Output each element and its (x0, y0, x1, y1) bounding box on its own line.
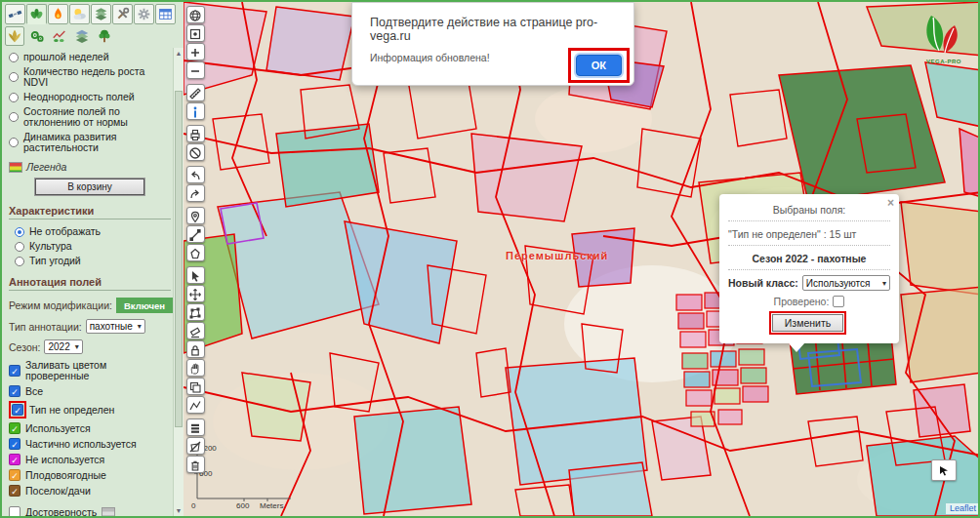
hand-icon[interactable] (186, 359, 205, 377)
sidebar-panel: прошлой неделей Количество недель роста … (2, 48, 173, 516)
tab-vegetation[interactable] (26, 4, 47, 24)
verified-checkbox[interactable] (833, 296, 844, 307)
product-radio[interactable] (9, 93, 19, 102)
leaf-logo-icon (918, 12, 970, 55)
sub-tab-bar (2, 24, 184, 48)
characteristic-option-label: Тип угодий (29, 256, 81, 266)
select-cursor-icon[interactable] (186, 266, 205, 284)
settlement-checkbox[interactable] (9, 485, 20, 497)
not-used-checkbox[interactable] (9, 454, 20, 465)
all-checkbox[interactable] (9, 385, 20, 397)
new-class-select[interactable]: Используются (802, 275, 890, 291)
subtab-forest[interactable] (95, 26, 114, 46)
annotation-type-label: Тип аннотации: (9, 321, 82, 333)
map-attribution[interactable]: Leaflet (946, 503, 980, 514)
vegetation-icon (29, 7, 44, 21)
cart-button[interactable]: В корзину (35, 179, 144, 195)
apply-button[interactable]: Изменить (772, 314, 843, 332)
tab-table[interactable] (155, 4, 176, 24)
product-radio[interactable] (9, 53, 19, 62)
selected-fields-popup: × Выбраны поля: "Тип не определен" : 15 … (719, 194, 899, 343)
type-undefined-checkbox[interactable] (12, 404, 23, 416)
popup-season-line: Сезон 2022 - пахотные (728, 251, 890, 270)
popup-selection-count: "Тип не определен" : 15 шт (728, 226, 890, 246)
measure-icon[interactable] (186, 84, 205, 101)
tab-fire[interactable] (48, 4, 68, 24)
annotation-type-select[interactable]: пахотные (86, 319, 145, 334)
product-option-label: прошлой неделей (23, 52, 109, 62)
used-checkbox[interactable] (9, 422, 20, 434)
crop-sheaf-icon (7, 28, 22, 44)
info-icon[interactable] (186, 102, 205, 120)
tab-weather[interactable] (69, 4, 90, 24)
product-option-label: Состояние полей по отклонению от нормы (23, 106, 171, 128)
characteristic-radio[interactable] (15, 227, 24, 237)
line-tool-icon[interactable] (186, 225, 205, 243)
simplify-line-icon[interactable] (186, 396, 205, 414)
ok-button[interactable]: ОК (576, 55, 622, 76)
zoom-out-icon[interactable] (186, 61, 205, 79)
dialog-title: Подтвердите действие на странице pro-veg… (352, 3, 633, 43)
subtab-dynamics[interactable] (50, 26, 69, 46)
lock-icon[interactable] (186, 340, 205, 358)
partially-used-checkbox[interactable] (9, 438, 20, 450)
layers-stack-icon (94, 7, 108, 21)
no-edit-icon[interactable] (186, 143, 205, 161)
characteristic-radio[interactable] (15, 257, 24, 266)
delete-icon[interactable] (186, 456, 205, 473)
layers-list-icon[interactable] (186, 418, 205, 436)
sidebar-scrollbar[interactable]: ▲ ▼ (173, 48, 184, 516)
tab-layers[interactable] (91, 4, 111, 24)
subtab-layers[interactable] (72, 26, 92, 46)
product-option-label: Динамика развития растительности (23, 132, 171, 153)
scroll-up-icon[interactable]: ▲ (174, 50, 184, 57)
product-radio[interactable] (9, 112, 19, 122)
scrollbar-thumb[interactable] (175, 91, 183, 427)
product-radio[interactable] (9, 72, 19, 82)
type-undefined-annotation-box (9, 401, 26, 418)
tree-icon (97, 28, 112, 44)
characteristic-option-label: Культура (29, 241, 72, 252)
subtab-services[interactable] (27, 26, 47, 46)
confidence-checkbox[interactable] (9, 506, 20, 516)
undo-icon[interactable] (186, 166, 205, 183)
move-icon[interactable] (186, 285, 205, 302)
svg-text:Meters: Meters (260, 501, 283, 510)
characteristic-radio[interactable] (15, 242, 24, 252)
popup-title: Выбраны поля: (728, 202, 890, 221)
browser-confirm-dialog: Подтвердите действие на странице pro-veg… (351, 2, 634, 86)
marker-icon[interactable] (186, 207, 205, 224)
tab-settings[interactable] (134, 4, 154, 24)
print-icon[interactable] (186, 125, 205, 142)
globe-icon[interactable] (186, 6, 205, 23)
product-radio[interactable] (9, 138, 19, 147)
popup-close-icon[interactable]: × (887, 196, 894, 210)
pointer-mode-button[interactable] (931, 459, 957, 481)
fill-verified-checkbox[interactable] (9, 365, 20, 377)
copy-icon[interactable] (186, 378, 205, 395)
legend-link[interactable]: Легенда (26, 161, 66, 173)
weather-icon (72, 7, 87, 21)
section-title-characteristics: Характеристики (9, 205, 171, 217)
zoom-in-icon[interactable] (186, 43, 205, 60)
season-select[interactable]: 2022 (44, 339, 82, 354)
edit-vertices-icon[interactable] (186, 303, 205, 321)
redo-icon[interactable] (186, 184, 205, 202)
polygon-tool-icon[interactable] (186, 244, 205, 261)
gear-icon (137, 7, 151, 21)
split-polygon-icon[interactable] (186, 437, 205, 455)
sidebar: прошлой неделей Количество недель роста … (2, 2, 184, 516)
extent-icon[interactable] (186, 24, 205, 42)
svg-text:0: 0 (191, 501, 196, 510)
orchard-checkbox[interactable] (9, 469, 20, 481)
tab-tools[interactable] (112, 4, 133, 24)
subtab-fields[interactable] (5, 26, 24, 46)
map-layers-icon (74, 28, 90, 44)
season-label: Сезон: (9, 341, 40, 353)
main-tab-bar (2, 2, 184, 24)
ok-annotation-box: ОК (568, 48, 630, 83)
modification-mode-toggle[interactable]: Включен (116, 298, 173, 313)
scroll-down-icon[interactable]: ▼ (174, 507, 184, 514)
eraser-icon[interactable] (186, 322, 205, 339)
tab-satellite[interactable] (5, 4, 25, 24)
